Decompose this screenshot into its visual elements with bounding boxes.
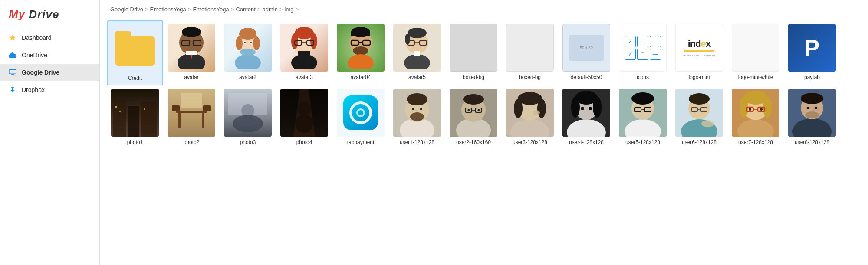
paytab-letter: P — [805, 35, 820, 61]
sidebar-item-onedrive-label: OneDrive — [22, 52, 47, 59]
file-item-user7[interactable]: user7-128x128 — [727, 85, 784, 149]
file-thumb-user1 — [393, 89, 441, 137]
file-label-boxedbg2: boxed-bg — [519, 74, 541, 80]
file-item-photo4[interactable]: photo4 — [276, 85, 332, 149]
svg-point-37 — [348, 54, 374, 69]
file-item-user8[interactable]: user8-128x128 — [784, 85, 840, 149]
index-bar — [684, 50, 714, 52]
file-thumb-photo4 — [280, 89, 328, 137]
file-thumb-user8 — [788, 89, 836, 137]
file-item-logomini[interactable]: index SMART HOME FURNITURE logo-mini — [671, 20, 727, 85]
sidebar-item-onedrive[interactable]: OneDrive — [0, 46, 99, 64]
breadcrumb-emotionsyoga2[interactable]: EmotionsYoga — [193, 6, 229, 13]
file-thumb-tabpayment — [337, 89, 385, 137]
breadcrumb: Google Drive > EmotionsYoga > EmotionsYo… — [100, 0, 868, 17]
file-thumb-avatar5 — [393, 24, 441, 72]
file-label-tabpayment: tabpayment — [347, 139, 375, 145]
icon-cell-1: ✓ — [625, 36, 636, 47]
svg-point-14 — [236, 36, 243, 50]
file-label-avatar04: avatar04 — [351, 74, 371, 80]
svg-point-103 — [631, 92, 654, 105]
file-item-logominiwhite[interactable]: logo-mini-white — [727, 20, 784, 85]
svg-rect-64 — [228, 93, 267, 115]
file-label-photo1: photo1 — [127, 139, 143, 145]
file-item-user5[interactable]: user5-128x128 — [615, 85, 671, 149]
file-item-user1[interactable]: user1-128x128 — [389, 85, 445, 149]
breadcrumb-img[interactable]: img — [285, 6, 294, 13]
svg-point-73 — [410, 112, 424, 121]
file-thumb-photo2 — [168, 89, 215, 137]
file-item-credit[interactable]: Credit — [107, 20, 163, 85]
svg-point-67 — [297, 101, 311, 115]
svg-point-68 — [296, 114, 313, 133]
svg-point-98 — [581, 107, 584, 110]
breadcrumb-content[interactable]: Content — [236, 6, 256, 13]
svg-point-74 — [412, 108, 414, 110]
svg-point-72 — [407, 93, 427, 105]
sidebar-item-dropbox[interactable]: Dropbox — [0, 81, 99, 98]
svg-point-16 — [240, 49, 256, 56]
file-thumb-boxedbg1 — [450, 24, 497, 72]
file-item-tabpayment[interactable]: tabpayment — [332, 85, 389, 149]
file-thumb-avatar04 — [337, 24, 385, 72]
tabpay-core — [356, 108, 365, 117]
icons-grid: ✓ □ — ✓ □ — — [622, 33, 664, 62]
file-item-photo3[interactable]: photo3 — [220, 85, 276, 149]
sidebar-item-dashboard[interactable]: Dashboard — [0, 29, 99, 46]
file-item-icons[interactable]: ✓ □ — ✓ □ — icons — [615, 20, 671, 85]
file-item-avatar5[interactable]: avatar5 — [389, 20, 445, 85]
file-label-user4: user4-128x128 — [569, 139, 604, 145]
tabpay-circle — [343, 95, 378, 130]
file-label-avatar: avatar — [184, 74, 198, 80]
dropbox-icon — [8, 85, 17, 95]
file-item-default50[interactable]: 50 x 50 default-50x50 — [558, 20, 615, 85]
file-item-user6[interactable]: user6-128x128 — [671, 85, 727, 149]
file-item-user4[interactable]: user4-128x128 — [558, 85, 615, 149]
breadcrumb-googledrive[interactable]: Google Drive — [110, 6, 143, 13]
file-item-avatar3[interactable]: avatar3 — [276, 20, 332, 85]
svg-point-97 — [593, 97, 602, 118]
file-thumb-user7 — [732, 89, 779, 137]
svg-rect-48 — [113, 98, 126, 137]
file-item-avatar04[interactable]: avatar04 — [332, 20, 389, 85]
file-item-avatar[interactable]: avatar — [163, 20, 220, 85]
file-item-user2[interactable]: user2-160x160 — [445, 85, 502, 149]
file-item-paytab[interactable]: P paytab — [784, 20, 840, 85]
file-item-photo2[interactable]: photo2 — [163, 85, 220, 149]
svg-point-114 — [701, 120, 714, 127]
file-thumb-user6 — [675, 89, 723, 137]
svg-point-83 — [468, 109, 470, 111]
file-label-avatar3: avatar3 — [296, 74, 313, 80]
sidebar-item-googledrive[interactable]: Google Drive — [0, 64, 99, 81]
file-item-user3[interactable]: user3-128x128 — [502, 85, 558, 149]
svg-point-39 — [408, 28, 427, 38]
file-label-photo2: photo2 — [184, 139, 200, 145]
svg-rect-59 — [203, 105, 211, 111]
breadcrumb-sep6: > — [295, 6, 299, 13]
sidebar-item-googledrive-label: Google Drive — [22, 69, 59, 76]
file-thumb-user4 — [562, 89, 610, 137]
file-grid: Credit — [100, 17, 868, 265]
breadcrumb-admin[interactable]: admin — [263, 6, 278, 13]
file-label-logominiwhite: logo-mini-white — [738, 74, 773, 80]
file-label-credit: Credit — [128, 75, 142, 81]
file-item-boxedbg1[interactable]: boxed-bg — [445, 20, 502, 85]
svg-point-90 — [537, 99, 546, 118]
file-item-photo1[interactable]: photo1 — [107, 85, 163, 149]
sidebar: My Drive Dashboard OneDrive Google Drive — [0, 0, 100, 265]
file-item-avatar2[interactable]: avatar2 — [220, 20, 276, 85]
file-thumb-default50: 50 x 50 — [562, 24, 610, 72]
file-label-user6: user6-128x128 — [682, 139, 717, 145]
file-label-avatar2: avatar2 — [239, 74, 256, 80]
svg-rect-32 — [351, 32, 370, 36]
breadcrumb-emotionsyoga1[interactable]: EmotionsYoga — [150, 6, 186, 13]
svg-point-110 — [689, 93, 710, 105]
svg-point-96 — [571, 97, 580, 118]
file-thumb-icons: ✓ □ — ✓ □ — — [619, 24, 667, 72]
title-drive: Drive — [29, 8, 59, 21]
svg-point-91 — [533, 110, 540, 115]
svg-rect-56 — [178, 113, 181, 128]
file-item-boxedbg2[interactable]: boxed-bg — [502, 20, 558, 85]
file-label-logomini: logo-mini — [689, 74, 710, 80]
file-thumb-logominiwhite — [732, 24, 779, 72]
